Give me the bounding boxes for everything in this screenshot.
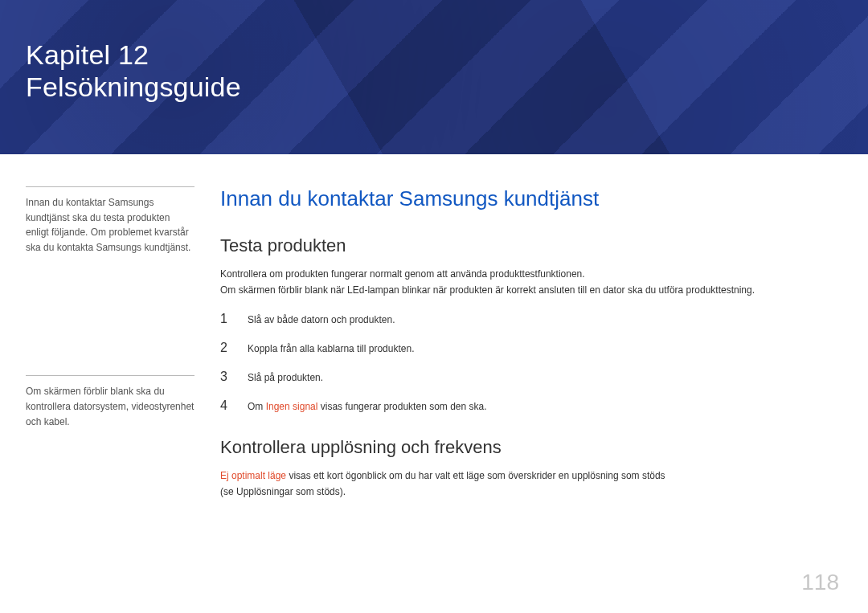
section-title: Innan du kontaktar Samsungs kundtjänst bbox=[220, 186, 837, 211]
test-paragraph-1: Kontrollera om produkten fungerar normal… bbox=[220, 266, 837, 282]
chapter-banner: Kapitel 12 Felsökningsguide bbox=[0, 0, 868, 154]
test-paragraph-2: Om skärmen förblir blank när LEd-lampan … bbox=[220, 282, 837, 298]
chapter-title-line: Felsökningsguide bbox=[26, 71, 868, 103]
subheading-test-product: Testa produkten bbox=[220, 235, 837, 256]
step-number: 1 bbox=[220, 312, 231, 326]
step-item: 4 Om Ingen signal visas fungerar produkt… bbox=[220, 398, 837, 413]
sidebar: Innan du kontaktar Samsungs kundtjänst s… bbox=[26, 186, 194, 501]
subheading-resolution: Kontrollera upplösning och frekvens bbox=[220, 437, 837, 458]
chapter-number-line: Kapitel 12 bbox=[26, 39, 868, 71]
content-area: Innan du kontaktar Samsungs kundtjänst s… bbox=[0, 154, 868, 501]
document-page: Kapitel 12 Felsökningsguide Innan du kon… bbox=[0, 0, 868, 613]
sidebar-note-2: Om skärmen förblir blank ska du kontroll… bbox=[26, 375, 194, 429]
page-number: 118 bbox=[801, 570, 839, 595]
highlighted-term: Ingen signal bbox=[266, 401, 318, 412]
step-text: Slå av både datorn och produkten. bbox=[248, 314, 837, 325]
step-item: 1 Slå av både datorn och produkten. bbox=[220, 312, 837, 326]
sidebar-note-1: Innan du kontaktar Samsungs kundtjänst s… bbox=[26, 186, 194, 255]
step-item: 2 Koppla från alla kablarna till produkt… bbox=[220, 341, 837, 355]
step-number: 4 bbox=[220, 398, 231, 413]
step-number: 2 bbox=[220, 341, 231, 355]
step-item: 3 Slå på produkten. bbox=[220, 370, 837, 384]
chapter-heading: Kapitel 12 Felsökningsguide bbox=[26, 39, 868, 103]
steps-list: 1 Slå av både datorn och produkten. 2 Ko… bbox=[220, 312, 837, 413]
step-text: Om Ingen signal visas fungerar produkten… bbox=[248, 401, 837, 412]
step-text: Slå på produkten. bbox=[248, 372, 837, 383]
main-column: Innan du kontaktar Samsungs kundtjänst T… bbox=[220, 186, 837, 501]
step-text-post: visas fungerar produkten som den ska. bbox=[317, 401, 486, 412]
step-number: 3 bbox=[220, 370, 231, 384]
resolution-paragraph-1-rest: visas ett kort ögonblick om du har valt … bbox=[286, 470, 665, 481]
step-text: Koppla från alla kablarna till produkten… bbox=[248, 343, 837, 354]
step-text-pre: Om bbox=[248, 401, 266, 412]
resolution-paragraph-2: (se Upplösningar som stöds). bbox=[220, 484, 837, 500]
highlighted-term: Ej optimalt läge bbox=[220, 470, 286, 481]
resolution-paragraph-1: Ej optimalt läge visas ett kort ögonblic… bbox=[220, 468, 837, 484]
